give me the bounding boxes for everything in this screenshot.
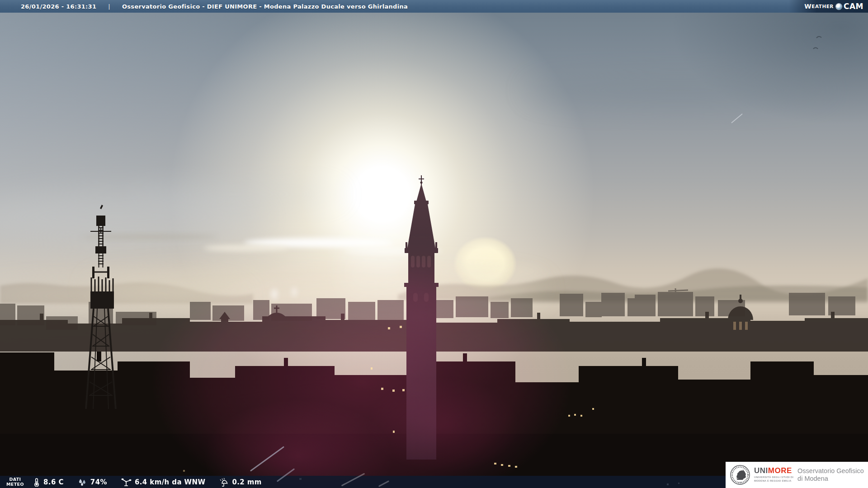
wind-value: 6.4 km/h da WNW	[135, 478, 206, 486]
birds	[813, 37, 821, 49]
webcam-photo-scene	[0, 0, 868, 488]
rain-umbrella-icon	[219, 478, 229, 487]
svg-text:1175: 1175	[738, 481, 742, 483]
rain-value: 0.2 mm	[232, 478, 261, 486]
observatory-name: Osservatorio Geofisico di Modena	[797, 467, 864, 483]
weathercam-logo: W EATHER CAM	[789, 0, 868, 13]
unimore-logo-box: 1175 UNIMORE UNIVERSITÀ DEGLI STUDI DI M…	[726, 462, 868, 488]
camera-title-text: Osservatorio Geofisico - DIEF UNIMORE - …	[122, 3, 408, 10]
rain-item: 0.2 mm	[219, 478, 261, 487]
unimore-more-text: MORE	[768, 466, 792, 475]
contrail	[731, 114, 742, 123]
university-subtitle: UNIVERSITÀ DEGLI STUDI DI MODENA E REGGI…	[754, 476, 793, 483]
wind-item: 6.4 km/h da WNW	[121, 478, 206, 487]
separator-text: |	[108, 3, 110, 10]
temperature-item: 8.6 C	[33, 478, 64, 487]
unimore-wordmark: UNIMORE UNIVERSITÀ DEGLI STUDI DI MODENA…	[754, 467, 793, 483]
globe-icon	[836, 4, 842, 9]
weathercam-logo-cam: CAM	[844, 2, 863, 11]
anemometer-icon	[121, 478, 132, 487]
temperature-value: 8.6 C	[43, 478, 64, 486]
humidity-drops-icon	[77, 478, 87, 487]
weathercam-logo-w: W	[804, 3, 811, 10]
unimore-uni-text: UNI	[754, 466, 768, 475]
humidity-item: 74%	[77, 478, 107, 487]
timestamp-bar: 26/01/2026 - 16:31:31 | Osservatorio Geo…	[0, 0, 868, 13]
dati-meteo-label: DATI METEO	[6, 477, 24, 487]
humidity-value: 74%	[90, 478, 107, 486]
datetime-text: 26/01/2026 - 16:31:31	[21, 3, 96, 10]
weathercam-logo-eather: EATHER	[811, 4, 834, 9]
unimore-seal-icon: 1175	[730, 465, 750, 485]
thermometer-icon	[33, 478, 40, 487]
webcam-page: 26/01/2026 - 16:31:31 | Osservatorio Geo…	[0, 0, 868, 488]
